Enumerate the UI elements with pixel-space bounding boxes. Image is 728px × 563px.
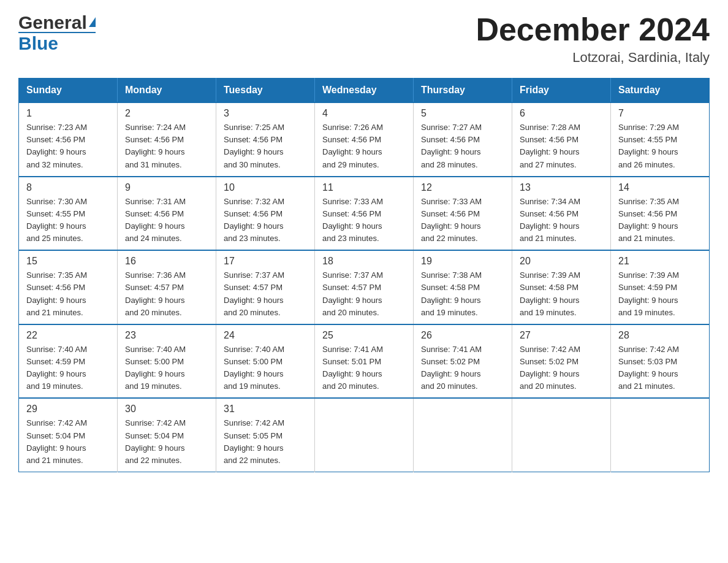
col-header-sunday: Sunday	[19, 79, 118, 103]
day-info: Sunrise: 7:41 AMSunset: 5:01 PMDaylight:…	[322, 343, 406, 393]
calendar-cell: 12 Sunrise: 7:33 AMSunset: 4:56 PMDaylig…	[414, 177, 512, 251]
day-info: Sunrise: 7:37 AMSunset: 4:57 PMDaylight:…	[322, 269, 406, 319]
day-info: Sunrise: 7:41 AMSunset: 5:02 PMDaylight:…	[421, 343, 504, 393]
calendar-cell: 15 Sunrise: 7:35 AMSunset: 4:56 PMDaylig…	[19, 250, 118, 324]
calendar-cell: 11 Sunrise: 7:33 AMSunset: 4:56 PMDaylig…	[315, 177, 414, 251]
day-info: Sunrise: 7:42 AMSunset: 5:03 PMDaylight:…	[618, 343, 702, 393]
day-number: 10	[224, 182, 307, 193]
day-info: Sunrise: 7:40 AMSunset: 5:00 PMDaylight:…	[125, 343, 208, 393]
day-number: 25	[322, 330, 406, 341]
day-number: 9	[125, 182, 208, 193]
day-info: Sunrise: 7:35 AMSunset: 4:56 PMDaylight:…	[26, 269, 110, 319]
logo-general: General	[18, 12, 87, 33]
day-info: Sunrise: 7:23 AMSunset: 4:56 PMDaylight:…	[26, 121, 110, 171]
day-number: 13	[520, 182, 603, 193]
calendar-cell: 14 Sunrise: 7:35 AMSunset: 4:56 PMDaylig…	[611, 177, 710, 251]
day-info: Sunrise: 7:24 AMSunset: 4:56 PMDaylight:…	[125, 121, 208, 171]
calendar-cell: 26 Sunrise: 7:41 AMSunset: 5:02 PMDaylig…	[414, 324, 512, 399]
day-number: 2	[125, 108, 208, 119]
calendar-cell	[611, 398, 710, 472]
day-number: 21	[618, 256, 702, 267]
calendar-cell: 23 Sunrise: 7:40 AMSunset: 5:00 PMDaylig…	[118, 324, 216, 399]
day-info: Sunrise: 7:34 AMSunset: 4:56 PMDaylight:…	[520, 196, 603, 245]
calendar-cell: 19 Sunrise: 7:38 AMSunset: 4:58 PMDaylig…	[414, 250, 512, 324]
day-info: Sunrise: 7:37 AMSunset: 4:57 PMDaylight:…	[224, 269, 307, 319]
calendar-cell: 20 Sunrise: 7:39 AMSunset: 4:58 PMDaylig…	[512, 250, 611, 324]
day-number: 3	[224, 108, 307, 119]
day-number: 15	[26, 256, 110, 267]
day-info: Sunrise: 7:39 AMSunset: 4:59 PMDaylight:…	[618, 269, 702, 319]
calendar-cell	[512, 398, 611, 472]
calendar-cell: 31 Sunrise: 7:42 AMSunset: 5:05 PMDaylig…	[216, 398, 315, 472]
logo-triangle-icon	[89, 17, 96, 27]
day-number: 27	[520, 330, 603, 341]
calendar-cell	[315, 398, 414, 472]
calendar-cell: 16 Sunrise: 7:36 AMSunset: 4:57 PMDaylig…	[118, 250, 216, 324]
day-info: Sunrise: 7:38 AMSunset: 4:58 PMDaylight:…	[421, 269, 504, 319]
day-info: Sunrise: 7:26 AMSunset: 4:56 PMDaylight:…	[322, 121, 406, 171]
calendar-cell: 9 Sunrise: 7:31 AMSunset: 4:56 PMDayligh…	[118, 177, 216, 251]
calendar-cell: 27 Sunrise: 7:42 AMSunset: 5:02 PMDaylig…	[512, 324, 611, 399]
day-number: 7	[618, 108, 702, 119]
day-number: 26	[421, 330, 504, 341]
day-info: Sunrise: 7:40 AMSunset: 4:59 PMDaylight:…	[26, 343, 110, 393]
day-number: 1	[26, 108, 110, 119]
day-number: 17	[224, 256, 307, 267]
day-info: Sunrise: 7:33 AMSunset: 4:56 PMDaylight:…	[322, 196, 406, 245]
col-header-tuesday: Tuesday	[216, 79, 315, 103]
month-title: December 2024	[476, 12, 710, 47]
col-header-thursday: Thursday	[414, 79, 512, 103]
day-info: Sunrise: 7:29 AMSunset: 4:55 PMDaylight:…	[618, 121, 702, 171]
calendar-cell: 21 Sunrise: 7:39 AMSunset: 4:59 PMDaylig…	[611, 250, 710, 324]
calendar-cell: 8 Sunrise: 7:30 AMSunset: 4:55 PMDayligh…	[19, 177, 118, 251]
calendar-cell: 30 Sunrise: 7:42 AMSunset: 5:04 PMDaylig…	[118, 398, 216, 472]
day-info: Sunrise: 7:42 AMSunset: 5:04 PMDaylight:…	[125, 417, 208, 467]
calendar-table: SundayMondayTuesdayWednesdayThursdayFrid…	[18, 78, 710, 472]
header-row: SundayMondayTuesdayWednesdayThursdayFrid…	[19, 79, 710, 103]
day-number: 8	[26, 182, 110, 193]
calendar-cell: 1 Sunrise: 7:23 AMSunset: 4:56 PMDayligh…	[19, 102, 118, 177]
day-number: 16	[125, 256, 208, 267]
calendar-cell	[414, 398, 512, 472]
calendar-cell: 7 Sunrise: 7:29 AMSunset: 4:55 PMDayligh…	[611, 102, 710, 177]
day-number: 14	[618, 182, 702, 193]
day-number: 31	[224, 404, 307, 415]
title-section: December 2024 Lotzorai, Sardinia, Italy	[476, 12, 710, 66]
calendar-cell: 17 Sunrise: 7:37 AMSunset: 4:57 PMDaylig…	[216, 250, 315, 324]
day-number: 4	[322, 108, 406, 119]
day-info: Sunrise: 7:42 AMSunset: 5:04 PMDaylight:…	[26, 417, 110, 467]
day-number: 23	[125, 330, 208, 341]
location-title: Lotzorai, Sardinia, Italy	[476, 50, 710, 66]
calendar-cell: 4 Sunrise: 7:26 AMSunset: 4:56 PMDayligh…	[315, 102, 414, 177]
col-header-wednesday: Wednesday	[315, 79, 414, 103]
day-number: 28	[618, 330, 702, 341]
day-info: Sunrise: 7:39 AMSunset: 4:58 PMDaylight:…	[520, 269, 603, 319]
day-number: 6	[520, 108, 603, 119]
logo-blue: Blue	[18, 33, 58, 54]
day-info: Sunrise: 7:35 AMSunset: 4:56 PMDaylight:…	[618, 196, 702, 245]
day-info: Sunrise: 7:40 AMSunset: 5:00 PMDaylight:…	[224, 343, 307, 393]
week-row-4: 22 Sunrise: 7:40 AMSunset: 4:59 PMDaylig…	[19, 324, 710, 399]
day-info: Sunrise: 7:42 AMSunset: 5:02 PMDaylight:…	[520, 343, 603, 393]
col-header-saturday: Saturday	[611, 79, 710, 103]
day-number: 18	[322, 256, 406, 267]
logo: General Blue	[18, 12, 96, 54]
col-header-friday: Friday	[512, 79, 611, 103]
calendar-cell: 24 Sunrise: 7:40 AMSunset: 5:00 PMDaylig…	[216, 324, 315, 399]
calendar-cell: 22 Sunrise: 7:40 AMSunset: 4:59 PMDaylig…	[19, 324, 118, 399]
day-number: 19	[421, 256, 504, 267]
calendar-cell: 29 Sunrise: 7:42 AMSunset: 5:04 PMDaylig…	[19, 398, 118, 472]
day-number: 22	[26, 330, 110, 341]
day-number: 11	[322, 182, 406, 193]
day-info: Sunrise: 7:36 AMSunset: 4:57 PMDaylight:…	[125, 269, 208, 319]
col-header-monday: Monday	[118, 79, 216, 103]
day-info: Sunrise: 7:33 AMSunset: 4:56 PMDaylight:…	[421, 196, 504, 245]
calendar-cell: 13 Sunrise: 7:34 AMSunset: 4:56 PMDaylig…	[512, 177, 611, 251]
day-info: Sunrise: 7:42 AMSunset: 5:05 PMDaylight:…	[224, 417, 307, 467]
calendar-cell: 6 Sunrise: 7:28 AMSunset: 4:56 PMDayligh…	[512, 102, 611, 177]
calendar-cell: 3 Sunrise: 7:25 AMSunset: 4:56 PMDayligh…	[216, 102, 315, 177]
day-number: 5	[421, 108, 504, 119]
calendar-cell: 5 Sunrise: 7:27 AMSunset: 4:56 PMDayligh…	[414, 102, 512, 177]
calendar-cell: 28 Sunrise: 7:42 AMSunset: 5:03 PMDaylig…	[611, 324, 710, 399]
day-info: Sunrise: 7:32 AMSunset: 4:56 PMDaylight:…	[224, 196, 307, 245]
